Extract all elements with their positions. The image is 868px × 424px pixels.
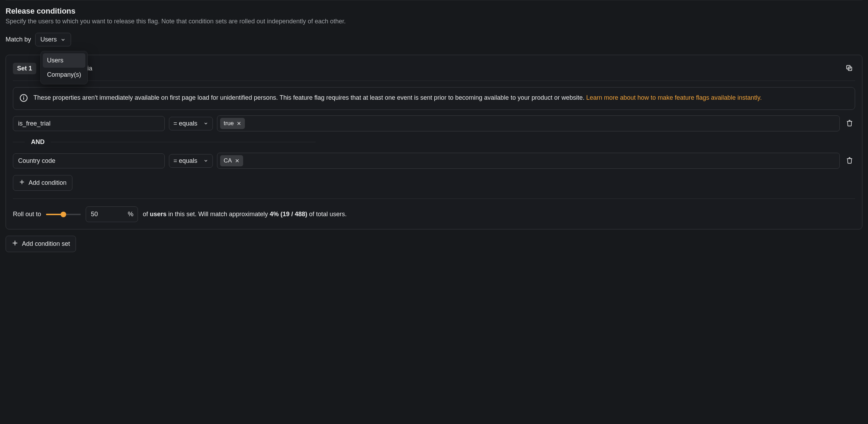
delete-condition-button[interactable] [844, 118, 855, 130]
rollout-counts: (19 / 488) [279, 211, 309, 218]
value-chip: true [220, 118, 245, 129]
info-text: These properties aren't immediately avai… [33, 94, 586, 101]
info-callout: These properties aren't immediately avai… [13, 87, 855, 110]
values-input[interactable]: CA [217, 153, 840, 169]
rollout-percent-input[interactable]: % [86, 206, 138, 222]
rollout-text-mid: in this set. Will match approximately [166, 211, 270, 218]
chevron-down-icon [60, 37, 66, 43]
rollout-approx-pct: 4% [270, 211, 279, 218]
separator-line [13, 142, 25, 142]
divider-top [6, 0, 862, 0]
close-icon[interactable] [235, 158, 240, 163]
operator-select[interactable]: = equals [169, 117, 213, 130]
chevron-down-icon [203, 158, 208, 163]
plus-icon [19, 179, 25, 187]
trash-icon [846, 160, 853, 165]
add-condition-set-button[interactable]: Add condition set [6, 236, 76, 252]
add-condition-set-label: Add condition set [22, 240, 70, 248]
condition-row: Country code = equals CA [13, 153, 855, 169]
value-chip: CA [220, 155, 243, 166]
match-by-value: Users [40, 36, 57, 43]
rollout-row: Roll out to % of users in this set. Will… [13, 198, 855, 222]
values-input[interactable]: true [217, 115, 840, 131]
property-input[interactable]: Country code [13, 153, 165, 168]
condition-row: is_free_trial = equals true [13, 115, 855, 131]
add-condition-button[interactable]: Add condition [13, 175, 72, 191]
copy-icon [845, 68, 853, 73]
rollout-users-word: users [150, 211, 166, 218]
add-condition-label: Add condition [29, 179, 67, 187]
chevron-down-icon [203, 121, 208, 126]
section-title: Release conditions [6, 7, 862, 16]
separator-line [51, 142, 316, 142]
rollout-summary: of users in this set. Will match approxi… [143, 211, 347, 218]
panel-header-text: against the criteria [41, 65, 838, 72]
condition-set-panel: Set 1 against the criteria These propert… [6, 55, 862, 229]
percent-sign: % [128, 211, 133, 218]
close-icon[interactable] [237, 121, 241, 126]
and-label: AND [31, 138, 45, 146]
rollout-label: Roll out to [13, 211, 41, 218]
match-by-label: Match by [6, 36, 31, 43]
plus-icon [11, 240, 18, 248]
info-icon [20, 94, 28, 104]
property-input[interactable]: is_free_trial [13, 116, 165, 131]
match-by-select[interactable]: Users [35, 33, 71, 46]
rollout-slider[interactable] [46, 211, 81, 218]
and-separator: AND [13, 138, 855, 146]
match-by-option-companies[interactable]: Company(s) [43, 68, 85, 82]
section-subtitle: Specify the users to which you want to r… [6, 18, 862, 25]
rollout-text-suffix: of total users. [309, 211, 347, 218]
info-message: These properties aren't immediately avai… [33, 93, 762, 103]
match-by-dropdown: Users Company(s) [40, 51, 88, 84]
trash-icon [846, 122, 853, 128]
operator-value: = equals [173, 157, 197, 165]
delete-condition-button[interactable] [844, 155, 855, 167]
rollout-text-prefix: of [143, 211, 150, 218]
match-by-option-users[interactable]: Users [43, 53, 85, 68]
slider-thumb[interactable] [61, 212, 66, 217]
value-chip-text: true [224, 120, 234, 127]
svg-point-4 [23, 96, 24, 97]
set-badge: Set 1 [13, 63, 36, 74]
value-chip-text: CA [224, 157, 232, 164]
operator-select[interactable]: = equals [169, 154, 213, 168]
panel-header: Set 1 against the criteria [13, 62, 855, 81]
copy-set-button[interactable] [843, 62, 855, 75]
info-learn-more-link[interactable]: Learn more about how to make feature fla… [586, 94, 762, 101]
match-by-row: Match by Users Users Company(s) [6, 33, 862, 46]
operator-value: = equals [173, 120, 197, 127]
rollout-percent-field[interactable] [90, 210, 111, 218]
